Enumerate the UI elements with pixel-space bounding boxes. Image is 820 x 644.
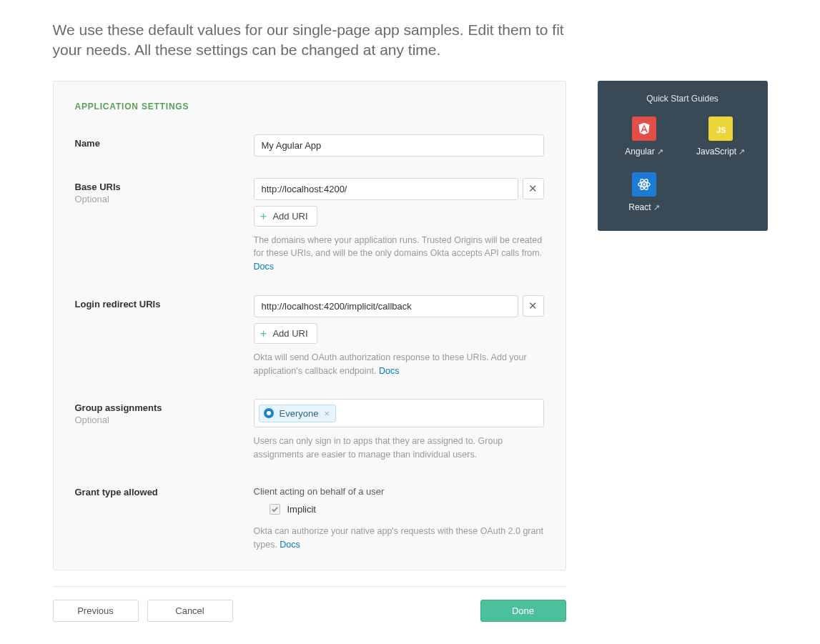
svg-text:JS: JS: [716, 126, 726, 134]
close-icon: ✕: [528, 299, 538, 312]
name-label: Name: [75, 138, 254, 149]
remove-base-uri-button[interactable]: ✕: [523, 178, 544, 199]
group-chip-label: Everyone: [280, 408, 319, 419]
close-icon: ✕: [528, 182, 538, 195]
grant-docs-link[interactable]: Docs: [280, 540, 300, 550]
js-icon: JS: [708, 117, 733, 141]
quick-start-card: Quick Start Guides Angular JS JavaScript: [598, 81, 768, 231]
groups-label: Group assignments: [75, 402, 254, 413]
groups-help: Users can only sign in to apps that they…: [254, 435, 544, 462]
previous-button[interactable]: Previous: [53, 600, 139, 622]
login-uris-label: Login redirect URIs: [75, 299, 254, 309]
login-uris-help: Okta will send OAuth authorization respo…: [254, 351, 544, 378]
field-groups: Group assignments Optional Everyone × Us…: [75, 399, 544, 462]
quick-start-angular[interactable]: Angular: [609, 117, 680, 157]
grant-option-label: Implicit: [287, 504, 316, 515]
add-login-uri-label: Add URI: [272, 328, 307, 339]
quick-start-grid: Angular JS JavaScript: [609, 117, 756, 212]
section-title: APPLICATION SETTINGS: [75, 101, 544, 112]
quick-start-title: Quick Start Guides: [609, 94, 756, 104]
login-uris-docs-link[interactable]: Docs: [379, 366, 399, 376]
base-uris-docs-link[interactable]: Docs: [254, 262, 274, 272]
add-base-uri-button[interactable]: + Add URI: [254, 206, 317, 227]
field-grant: Grant type allowed Client acting on beha…: [75, 483, 544, 552]
base-uris-sublabel: Optional: [75, 194, 254, 204]
quick-start-react-label: React: [628, 202, 659, 212]
plus-icon: +: [260, 327, 267, 340]
quick-start-angular-label: Angular: [625, 147, 663, 157]
quick-start-javascript[interactable]: JS JavaScript: [686, 117, 756, 157]
grant-subhead: Client acting on behalf of a user: [254, 486, 544, 497]
footer-divider: [53, 586, 566, 587]
grant-option-implicit[interactable]: Implicit: [254, 504, 544, 515]
svg-point-1: [643, 183, 646, 186]
add-base-uri-label: Add URI: [272, 211, 307, 222]
group-icon: [264, 408, 274, 418]
footer: Previous Cancel Done: [53, 600, 566, 622]
field-login-uris: Login redirect URIs ✕ + Add URI: [75, 295, 544, 378]
done-button[interactable]: Done: [480, 600, 566, 622]
login-uri-input[interactable]: [254, 295, 518, 317]
add-login-uri-button[interactable]: + Add URI: [254, 323, 317, 344]
settings-panel: APPLICATION SETTINGS Name Base URIs Opti…: [53, 81, 566, 571]
react-icon: [632, 172, 656, 197]
group-chip-everyone: Everyone ×: [259, 405, 337, 422]
remove-login-uri-button[interactable]: ✕: [523, 295, 544, 317]
quick-start-react[interactable]: React: [609, 172, 680, 212]
base-uri-input[interactable]: [254, 178, 518, 200]
grant-help: Okta can authorize your native app's req…: [254, 525, 544, 552]
base-uris-label: Base URIs: [75, 182, 254, 192]
cancel-button[interactable]: Cancel: [147, 600, 233, 622]
groups-input[interactable]: Everyone ×: [254, 399, 544, 427]
grant-label: Grant type allowed: [75, 487, 254, 497]
plus-icon: +: [260, 210, 267, 222]
base-uris-help: The domains where your application runs.…: [254, 234, 544, 274]
field-name: Name: [75, 134, 544, 157]
quick-start-javascript-label: JavaScript: [696, 147, 745, 157]
page-intro: We use these default values for our sing…: [53, 20, 568, 61]
remove-group-button[interactable]: ×: [324, 408, 330, 419]
groups-sublabel: Optional: [75, 415, 254, 425]
checkbox-icon: [270, 504, 280, 515]
angular-icon: [632, 117, 656, 141]
name-input[interactable]: [254, 134, 544, 157]
field-base-uris: Base URIs Optional ✕ + Add URI: [75, 178, 544, 274]
